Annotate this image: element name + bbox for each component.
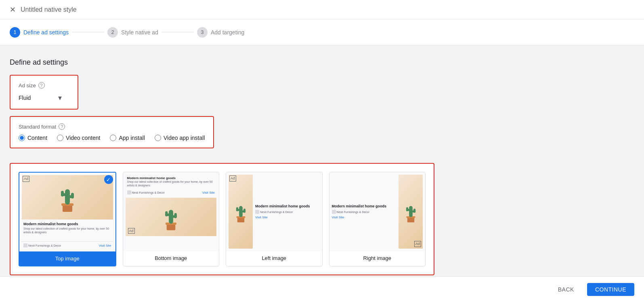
radio-content-input[interactable] bbox=[19, 135, 25, 141]
right-image-ad-title: Modern minimalist home goods bbox=[332, 204, 396, 208]
selected-checkmark-icon: ✓ bbox=[104, 175, 113, 184]
ad-size-select[interactable]: Fluid Responsive Fixed bbox=[19, 95, 57, 101]
section-title: Define ad settings bbox=[10, 58, 434, 67]
svg-rect-18 bbox=[236, 207, 238, 211]
bottom-image-text-area: Modern minimalist home goods Shop our la… bbox=[126, 175, 217, 189]
right-image-content: Modern minimalist home goods Nesti Furni… bbox=[332, 175, 396, 249]
right-image-label: Right image bbox=[329, 251, 426, 265]
left-image-content: Modern minimalist home goods Nesti Furni… bbox=[255, 175, 320, 249]
svg-rect-11 bbox=[165, 211, 168, 216]
standard-format-box: Standard format ? Content Video content … bbox=[10, 116, 214, 148]
continue-button[interactable]: CONTINUE bbox=[587, 283, 634, 296]
left-image-preview: Ad Modern minimalist home goods bbox=[226, 172, 322, 251]
ad-badge-top: Ad bbox=[23, 176, 29, 182]
left-image-ad-title: Modern minimalist home goods bbox=[255, 204, 320, 208]
radio-app-install[interactable]: App install bbox=[110, 135, 145, 141]
stepper-bar: 1 Define ad settings 2 Style native ad 3… bbox=[0, 19, 644, 45]
cactus-illustration-3 bbox=[232, 200, 250, 224]
left-image-cta: Visit Site bbox=[255, 215, 320, 219]
step-2: 2 Style native ad bbox=[107, 27, 158, 38]
top-image-ad-footer: Nesti Furnishings & Decor Visit Site bbox=[22, 241, 113, 249]
brand-icon bbox=[23, 243, 27, 247]
svg-rect-4 bbox=[61, 191, 64, 196]
left-image-brand: Nesti Furnishings & Decor bbox=[255, 210, 320, 214]
layout-selection-box: Ad ✓ bbox=[10, 163, 434, 275]
svg-rect-27 bbox=[413, 209, 415, 213]
left-image-img bbox=[229, 175, 253, 249]
bottom-image-brand: Nesti Furnishings & Decor bbox=[127, 190, 165, 194]
radio-video-content-input[interactable] bbox=[57, 135, 63, 141]
right-image-brand: Nesti Furnishings & Decor bbox=[332, 210, 396, 214]
step-3-label: Add targeting bbox=[211, 29, 244, 36]
radio-video-content[interactable]: Video content bbox=[57, 135, 100, 141]
radio-video-app-install[interactable]: Video app install bbox=[155, 135, 205, 141]
top-image-img bbox=[22, 175, 113, 220]
top-image-ad-title: Modern minimalist home goods bbox=[23, 222, 111, 226]
ad-badge-right: Ad bbox=[414, 241, 421, 247]
radio-video-app-install-input[interactable] bbox=[155, 135, 161, 141]
right-image-img: Ad bbox=[399, 175, 423, 249]
step-connector-1 bbox=[72, 32, 104, 32]
step-connector-2 bbox=[162, 32, 194, 32]
format-radio-group: Content Video content App install Video … bbox=[19, 135, 205, 141]
standard-format-label: Standard format ? bbox=[19, 123, 205, 130]
bottom-image-label: Bottom image bbox=[123, 251, 219, 265]
radio-content-label: Content bbox=[27, 135, 47, 141]
page-title: Untitled native style bbox=[21, 6, 634, 13]
left-image-label: Left image bbox=[226, 251, 322, 265]
radio-content[interactable]: Content bbox=[19, 135, 47, 141]
step-3-circle: 3 bbox=[197, 27, 208, 38]
bottom-image-ad-title: Modern minimalist home goods bbox=[127, 176, 215, 180]
radio-video-content-label: Video content bbox=[66, 135, 100, 141]
right-image-cta: Visit Site bbox=[332, 215, 396, 219]
brand-icon-3 bbox=[255, 210, 259, 214]
step-1: 1 Define ad settings bbox=[10, 27, 69, 38]
layout-card-left-image[interactable]: Ad Modern minimalist home goods bbox=[226, 172, 323, 266]
bottom-image-ad-desc: Shop our latest collection of crafted go… bbox=[127, 180, 215, 187]
back-button[interactable]: BACK bbox=[552, 283, 581, 296]
top-image-text-area: Modern minimalist home goods Shop our la… bbox=[22, 220, 113, 241]
layout-card-right-image[interactable]: Modern minimalist home goods Nesti Furni… bbox=[329, 172, 426, 266]
top-image-preview: Ad ✓ bbox=[19, 173, 115, 251]
footer-bar: BACK CONTINUE bbox=[0, 276, 644, 298]
layout-card-bottom-image[interactable]: Modern minimalist home goods Shop our la… bbox=[123, 172, 220, 266]
layout-card-top-image[interactable]: Ad ✓ bbox=[19, 172, 116, 266]
close-icon[interactable]: ✕ bbox=[10, 5, 16, 14]
step-2-label: Style native ad bbox=[121, 29, 158, 36]
bottom-image-img: Ad bbox=[126, 198, 217, 236]
step-1-circle: 1 bbox=[10, 27, 20, 38]
ad-badge-left: Ad bbox=[229, 175, 236, 182]
brand-icon-2 bbox=[127, 190, 131, 194]
cactus-illustration-4 bbox=[402, 200, 420, 224]
radio-video-app-install-label: Video app install bbox=[164, 135, 205, 141]
right-image-preview: Modern minimalist home goods Nesti Furni… bbox=[329, 172, 426, 251]
svg-rect-20 bbox=[243, 209, 245, 213]
ad-size-select-wrapper[interactable]: Fluid Responsive Fixed ▾ bbox=[19, 93, 69, 102]
bottom-image-preview: Modern minimalist home goods Shop our la… bbox=[123, 172, 219, 251]
ad-size-label: Ad size ? bbox=[19, 82, 69, 89]
radio-app-install-label: App install bbox=[119, 135, 145, 141]
svg-rect-13 bbox=[174, 213, 176, 218]
main-content: Define ad settings Ad size ? Fluid Respo… bbox=[0, 45, 444, 298]
top-image-cta: Visit Site bbox=[99, 244, 111, 247]
top-image-label: Top image bbox=[19, 251, 115, 266]
step-3: 3 Add targeting bbox=[197, 27, 244, 38]
ad-size-box: Ad size ? Fluid Responsive Fixed ▾ bbox=[10, 75, 78, 110]
cactus-illustration-2 bbox=[160, 203, 182, 232]
top-image-brand: Nesti Furnishings & Decor bbox=[23, 243, 61, 247]
cactus-illustration bbox=[55, 181, 80, 213]
brand-icon-4 bbox=[332, 210, 336, 214]
svg-rect-6 bbox=[71, 193, 74, 199]
radio-app-install-input[interactable] bbox=[110, 135, 116, 141]
step-2-circle: 2 bbox=[107, 27, 118, 38]
top-bar: ✕ Untitled native style bbox=[0, 0, 644, 19]
dropdown-arrow-icon: ▾ bbox=[58, 93, 62, 102]
bottom-image-cta: Visit Site bbox=[202, 191, 215, 194]
standard-format-help-icon[interactable]: ? bbox=[59, 123, 65, 130]
svg-rect-25 bbox=[406, 207, 408, 211]
step-1-label: Define ad settings bbox=[23, 29, 69, 36]
ad-size-help-icon[interactable]: ? bbox=[38, 82, 45, 89]
bottom-image-ad-footer: Nesti Furnishings & Decor Visit Site bbox=[126, 189, 217, 196]
ad-badge-bottom: Ad bbox=[128, 228, 135, 234]
top-image-ad-desc: Shop our latest collection of crafted go… bbox=[23, 227, 111, 234]
